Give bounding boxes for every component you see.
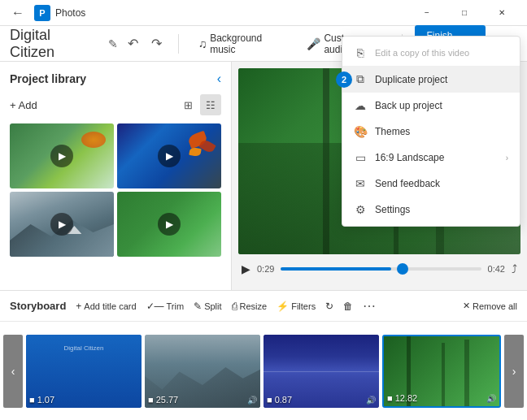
video-controls: ▶ 0:29 0:42 ⤴ xyxy=(238,254,520,284)
split-icon: ✎ xyxy=(194,301,202,312)
panel-title: Project library xyxy=(10,72,86,85)
redo-button[interactable]: ↷ xyxy=(148,32,165,54)
resize-icon: ⎙ xyxy=(232,301,237,312)
undo-button[interactable]: ↶ xyxy=(124,32,142,54)
clip-2-audio-icon: 🔊 xyxy=(247,396,257,405)
clip-3-duration-icon: ■ xyxy=(267,395,272,405)
media-item-3[interactable]: ▶ xyxy=(10,192,114,257)
filter-icon: ⚡ xyxy=(277,301,289,312)
list-view-button[interactable]: ☷ xyxy=(200,94,221,115)
scroll-right-button[interactable]: › xyxy=(504,335,524,408)
copy-icon: ⎘ xyxy=(354,46,367,59)
edit-title-icon[interactable]: ✎ xyxy=(108,37,118,50)
play-icon-2: ▶ xyxy=(158,145,181,167)
menu-item-feedback[interactable]: ✉ Send feedback xyxy=(342,171,520,197)
app-title-bar: Photos xyxy=(55,7,408,19)
window-controls: − □ ✕ xyxy=(408,0,520,26)
menu-item-settings[interactable]: ⚙ Settings xyxy=(342,197,520,223)
clip-4[interactable]: ■ 12.82 🔊 xyxy=(382,335,501,408)
filters-button[interactable]: ⚡ Filters xyxy=(277,301,316,312)
maximize-button[interactable]: □ xyxy=(446,0,483,26)
resize-button[interactable]: ⎙ Resize xyxy=(232,301,268,312)
add-icon: + xyxy=(76,301,81,312)
progress-fill xyxy=(281,267,390,271)
menu-item-backup[interactable]: ☁ Back up project xyxy=(342,93,520,119)
project-library-panel: Project library ‹ + Add ⊞ ☷ ▶ xyxy=(0,62,232,290)
chevron-right-icon: › xyxy=(506,154,508,162)
clip-2[interactable]: ■ 25.77 🔊 xyxy=(145,335,260,408)
storyboard-panel: Storyboard + Add title card ✓― Trim ✎ Sp… xyxy=(0,290,527,420)
expand-button[interactable]: ⤴ xyxy=(512,262,517,275)
total-time: 0:42 xyxy=(488,264,505,274)
panel-collapse-button[interactable]: ‹ xyxy=(217,71,221,86)
progress-thumb[interactable] xyxy=(397,263,408,275)
clip-1[interactable]: Digital Citizen ■ 1.07 xyxy=(26,335,142,408)
clip-4-duration-icon: ■ xyxy=(387,393,393,403)
play-icon-1: ▶ xyxy=(50,145,73,167)
backup-icon: ☁ xyxy=(354,99,367,112)
clip-2-duration-icon: ■ xyxy=(148,395,154,405)
storyboard-toolbar: Storyboard + Add title card ✓― Trim ✎ Sp… xyxy=(0,291,527,322)
scroll-left-button[interactable]: ‹ xyxy=(3,335,23,408)
back-button[interactable]: ← xyxy=(7,2,29,24)
duplicate-icon: ⧉ xyxy=(354,72,367,86)
remove-all-icon: ✕ xyxy=(463,301,470,311)
play-icon-4: ▶ xyxy=(158,213,181,236)
clip-3-audio-icon: 🔊 xyxy=(366,396,376,405)
themes-icon: 🎨 xyxy=(354,125,367,138)
storyboard-more-button[interactable]: ⋯ xyxy=(363,298,376,314)
trim-icon: ✓― xyxy=(146,301,164,312)
music-icon: ♫ xyxy=(198,37,207,50)
panel-header: Project library ‹ xyxy=(10,71,221,86)
clip-2-label: ■ 25.77 xyxy=(148,395,178,405)
add-media-button[interactable]: + Add xyxy=(10,99,37,111)
close-button[interactable]: ✕ xyxy=(483,0,520,26)
titlebar: ← P Photos − □ ✕ xyxy=(0,0,527,26)
menu-item-themes[interactable]: 🎨 Themes xyxy=(342,119,520,145)
toolbar-separator-1 xyxy=(178,34,179,54)
split-button[interactable]: ✎ Split xyxy=(194,301,221,312)
media-grid: ▶ ▶ ▶ ▶ xyxy=(10,123,221,257)
audio-icon: 🎤 xyxy=(307,37,320,50)
menu-item-duplicate[interactable]: 2 ⧉ Duplicate project xyxy=(342,66,520,93)
remove-all-button[interactable]: ✕ Remove all xyxy=(463,301,517,311)
add-bar: + Add ⊞ ☷ xyxy=(10,94,221,115)
clip-1-duration-icon: ■ xyxy=(29,395,35,405)
play-button[interactable]: ▶ xyxy=(242,262,250,275)
menu-item-landscape[interactable]: ▭ 16:9 Landscape › xyxy=(342,145,520,171)
view-toggle: ⊞ ☷ xyxy=(177,94,221,115)
progress-bar[interactable] xyxy=(281,267,481,271)
landscape-icon: ▭ xyxy=(354,151,367,164)
storyboard-clips: ‹ Digital Citizen ■ 1.07 ■ 25.77 🔊 xyxy=(0,322,527,420)
menu-item-edit-copy[interactable]: ⎘ Edit a copy of this video xyxy=(342,40,520,66)
background-music-button[interactable]: ♫ Background music xyxy=(192,29,294,58)
clip-4-label: ■ 12.82 xyxy=(387,393,417,403)
current-time: 0:29 xyxy=(257,264,274,274)
storyboard-title: Storyboard xyxy=(10,300,66,312)
trash-icon: 🗑 xyxy=(343,301,353,312)
rotate-icon: ↻ xyxy=(325,301,333,312)
minimize-button[interactable]: − xyxy=(408,0,446,26)
delete-button[interactable]: 🗑 xyxy=(343,301,353,312)
trim-button[interactable]: ✓― Trim xyxy=(146,301,185,312)
clip-1-label: ■ 1.07 xyxy=(29,395,54,405)
rotate-button[interactable]: ↻ xyxy=(325,301,333,312)
app-icon: P xyxy=(34,5,50,21)
play-icon-3: ▶ xyxy=(50,213,73,236)
media-item-1[interactable]: ▶ xyxy=(10,123,114,188)
clip-4-audio-icon: 🔊 xyxy=(486,394,496,403)
grid-view-button[interactable]: ⊞ xyxy=(177,94,198,115)
add-title-card-button[interactable]: + Add title card xyxy=(76,301,136,312)
settings-icon: ⚙ xyxy=(354,203,367,216)
project-title: Digital Citizen xyxy=(10,27,97,61)
dropdown-menu: ⎘ Edit a copy of this video 2 ⧉ Duplicat… xyxy=(342,36,520,227)
clip-3[interactable]: ■ 0.87 🔊 xyxy=(264,335,379,408)
menu-badge-2: 2 xyxy=(336,71,352,88)
media-item-2[interactable]: ▶ xyxy=(117,123,221,188)
clip-3-label: ■ 0.87 xyxy=(267,395,292,405)
feedback-icon: ✉ xyxy=(354,177,367,190)
media-item-4[interactable]: ▶ xyxy=(117,192,221,257)
